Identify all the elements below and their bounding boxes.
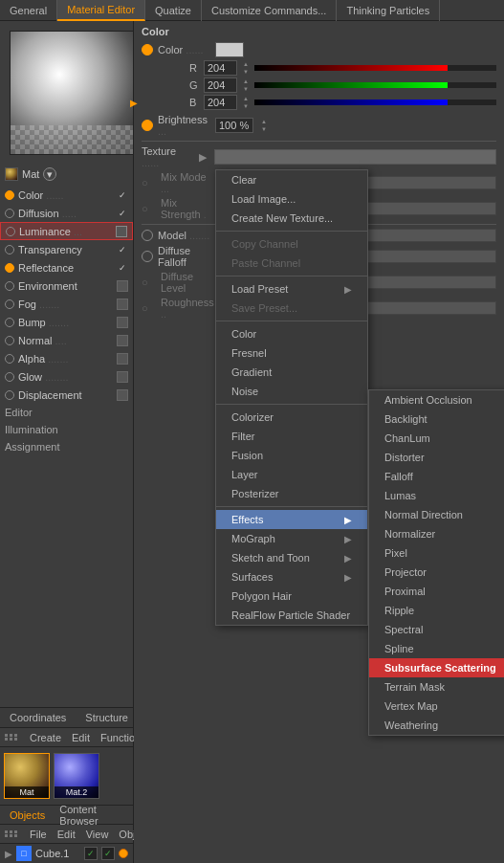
tab-coordinates[interactable]: Coordinates [0, 709, 76, 726]
effects-submenu: Ambient Occlusion Backlight ChanLum Dist… [368, 389, 504, 736]
submenu-normal-direction[interactable]: Normal Direction [369, 505, 504, 524]
g-input[interactable] [204, 77, 237, 93]
objects-tab-content-browser[interactable]: Content Browser [55, 802, 128, 829]
tab-quatize[interactable]: Quatize [145, 0, 202, 21]
b-spin[interactable]: ▲▼ [240, 95, 252, 110]
prop-alpha[interactable]: Alpha ....... [0, 349, 133, 367]
menu-effects[interactable]: Effects ▶ [216, 510, 367, 529]
menu-load-preset[interactable]: Load Preset ▶ [216, 279, 367, 299]
submenu-backlight[interactable]: Backlight [369, 409, 504, 429]
submenu-vertex-map[interactable]: Vertex Map [369, 697, 504, 716]
menu-color[interactable]: Color [216, 324, 367, 343]
prop-diffusion[interactable]: Diffusion ..... ✓ [0, 204, 133, 222]
submenu-subsurface-scattering[interactable]: Subsurface Scattering [369, 658, 504, 677]
brightness-input[interactable] [215, 118, 253, 133]
submenu-lumas[interactable]: Lumas [369, 486, 504, 505]
bottom-toolbar: Create Edit Function Texture [0, 728, 133, 747]
mograph-arrow: ▶ [344, 534, 352, 544]
submenu-spectral[interactable]: Spectral [369, 620, 504, 639]
submenu-pixel[interactable]: Pixel [369, 543, 504, 563]
color-swatch[interactable] [215, 42, 244, 57]
mat-thumb-mat[interactable]: Mat [4, 753, 50, 799]
menu-realflow[interactable]: RealFlow Particle Shader [216, 606, 367, 625]
sketch-toon-arrow: ▶ [344, 553, 352, 564]
mat-thumb-mat2[interactable]: Mat.2 [54, 753, 99, 799]
prop-environment[interactable]: Environment [0, 277, 133, 295]
prop-fog[interactable]: Fog ....... [0, 295, 133, 313]
bottom-tabs: Coordinates Structure Materials XPress [0, 707, 133, 728]
submenu-chanlum[interactable]: ChanLum [369, 429, 504, 448]
prop-reflectance[interactable]: Reflectance ✓ [0, 258, 133, 277]
submenu-distorter[interactable]: Distorter [369, 448, 504, 467]
submenu-normalizer[interactable]: Normalizer [369, 524, 504, 543]
submenu-projector[interactable]: Projector [369, 563, 504, 582]
g-spin[interactable]: ▲▼ [240, 77, 252, 93]
submenu-terrain-mask[interactable]: Terrain Mask [369, 677, 504, 697]
obj-toolbar-view[interactable]: View [83, 829, 112, 840]
menu-fusion[interactable]: Fusion [216, 446, 367, 465]
section-illumination: Illumination [0, 421, 133, 438]
menu-mograph[interactable]: MoGraph ▶ [216, 529, 367, 548]
obj-toolbar-file[interactable]: File [27, 829, 50, 840]
prop-color[interactable]: Color ...... ✓ [0, 186, 133, 204]
menu-surfaces[interactable]: Surfaces ▶ [216, 567, 367, 586]
menu-copy-channel: Copy Channel [216, 234, 367, 254]
menu-colorizer[interactable]: Colorizer [216, 408, 367, 427]
objects-header: Objects Content Browser [0, 806, 133, 825]
menu-paste-channel: Paste Channel [216, 254, 367, 273]
model-dot [142, 230, 153, 241]
r-input[interactable] [204, 60, 237, 76]
menu-layer[interactable]: Layer [216, 465, 367, 484]
context-menu: Clear Load Image... Create New Texture..… [215, 169, 368, 626]
mat-options-icon[interactable]: ▾ [43, 167, 56, 181]
menu-fresnel[interactable]: Fresnel [216, 343, 367, 363]
menu-sketch-toon[interactable]: Sketch and Toon ▶ [216, 548, 367, 567]
b-input[interactable] [204, 95, 237, 110]
tab-customize[interactable]: Customize Commands... [202, 0, 337, 21]
menu-posterizer[interactable]: Posterizer [216, 484, 367, 503]
prop-bump[interactable]: Bump ....... [0, 313, 133, 331]
prop-normal[interactable]: Normal .... [0, 331, 133, 349]
prop-transparency[interactable]: Transparency ✓ [0, 240, 133, 258]
submenu-ambient-occlusion[interactable]: Ambient Occlusion [369, 390, 504, 409]
menu-noise[interactable]: Noise [216, 382, 367, 401]
prop-luminance[interactable]: Luminance ... [0, 222, 133, 240]
prop-displacement[interactable]: Displacement [0, 386, 133, 404]
obj-toolbar-edit[interactable]: Edit [55, 829, 78, 840]
mix-strength-spacer: ○ [142, 203, 156, 214]
section-assignment: Assignment [0, 438, 133, 455]
submenu-falloff[interactable]: Falloff [369, 467, 504, 486]
texture-arrow-icon[interactable]: ▶ [199, 151, 207, 164]
menu-clear[interactable]: Clear [216, 170, 367, 189]
effects-arrow: ▶ [344, 515, 352, 525]
prop-dot-normal [5, 336, 14, 345]
brightness-spin[interactable]: ▲▼ [258, 118, 270, 133]
texture-label: Texture ...... [142, 145, 194, 168]
diffuse-falloff-dot [142, 251, 153, 262]
main-area: Mat ▾ Color ...... ✓ Diffusion ..... ✓ L… [0, 21, 504, 863]
prop-glow[interactable]: Glow ........ [0, 367, 133, 386]
submenu-proximal[interactable]: Proximal [369, 582, 504, 601]
object-vis-cube1[interactable]: ✓ [101, 847, 115, 860]
tab-structure[interactable]: Structure [76, 709, 138, 726]
r-spin[interactable]: ▲▼ [240, 60, 252, 76]
object-row-cube1[interactable]: ▶ □ Cube.1 ✓ ✓ [0, 844, 133, 863]
submenu-weathering[interactable]: Weathering [369, 716, 504, 735]
toolbar-create[interactable]: Create [27, 732, 64, 743]
menu-load-image[interactable]: Load Image... [216, 189, 367, 209]
prop-dot-transparency [5, 245, 14, 254]
toolbar-edit[interactable]: Edit [69, 732, 93, 743]
roughness-spacer: ○ [142, 302, 156, 314]
submenu-spline[interactable]: Spline [369, 639, 504, 658]
tab-thinking-particles[interactable]: Thinking Particles [337, 0, 440, 21]
object-check-cube1[interactable]: ✓ [84, 847, 98, 860]
menu-filter[interactable]: Filter [216, 427, 367, 446]
tab-material-editor[interactable]: Material Editor [57, 0, 145, 21]
menu-gradient[interactable]: Gradient [216, 363, 367, 382]
menu-create-new-texture[interactable]: Create New Texture... [216, 209, 367, 228]
tab-general[interactable]: General [0, 0, 57, 21]
submenu-ripple[interactable]: Ripple [369, 601, 504, 620]
objects-tab-objects[interactable]: Objects [5, 808, 50, 823]
menu-polygon-hair[interactable]: Polygon Hair [216, 586, 367, 606]
prop-check-luminance [116, 226, 127, 237]
